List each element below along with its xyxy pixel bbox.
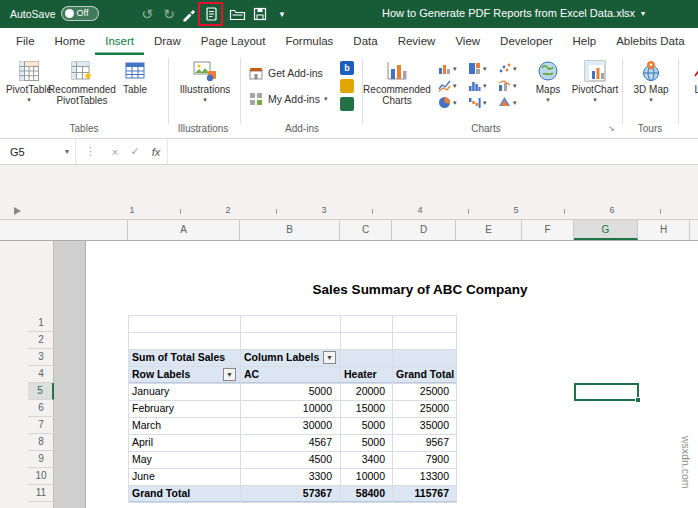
cell-d8[interactable]: 9567: [392, 434, 451, 451]
cell-a6[interactable]: February: [132, 400, 220, 417]
tab-review[interactable]: Review: [388, 28, 446, 55]
tab-developer[interactable]: Developer: [490, 28, 562, 55]
cell-a8[interactable]: April: [132, 434, 220, 451]
insert-combo-chart-button[interactable]: ▾: [498, 79, 517, 92]
cell-c4[interactable]: Heater: [344, 366, 388, 383]
row-header-5[interactable]: 5: [28, 383, 54, 400]
autosave-switch[interactable]: Off: [61, 6, 99, 21]
cell-a4[interactable]: Row Labels: [132, 366, 202, 383]
3d-map-button[interactable]: 3D Map ▾: [628, 58, 674, 122]
bing-maps-addin-icon[interactable]: b: [340, 61, 354, 75]
column-header-f[interactable]: F: [522, 220, 574, 240]
row-labels-filter-button[interactable]: ▼: [223, 368, 236, 381]
cell-b8[interactable]: 4567: [240, 434, 334, 451]
insert-line-chart-button[interactable]: ▾: [438, 79, 457, 92]
cell-d9[interactable]: 7900: [392, 451, 451, 468]
insert-hierarchy-chart-button[interactable]: ▾: [468, 62, 487, 75]
name-box[interactable]: G5 ▾: [0, 139, 76, 164]
cell-a5[interactable]: January: [132, 383, 220, 400]
tab-data[interactable]: Data: [343, 28, 387, 55]
row-header-3[interactable]: 3: [28, 349, 54, 366]
cell-d10[interactable]: 13300: [392, 468, 451, 485]
recommended-charts-button[interactable]: Recommended Charts: [368, 58, 426, 122]
column-header-g[interactable]: G: [574, 220, 638, 240]
insert-scatter-chart-button[interactable]: ▾: [498, 62, 517, 75]
column-header-d[interactable]: D: [392, 220, 456, 240]
tab-view[interactable]: View: [445, 28, 490, 55]
cell-c9[interactable]: 3400: [340, 451, 387, 468]
tab-ablebits[interactable]: Ablebits Data: [606, 28, 694, 55]
insert-surface-chart-button[interactable]: ▾: [498, 96, 517, 109]
cell-b3[interactable]: Column Labels: [244, 349, 320, 366]
pivottable-button[interactable]: PivotTable ▾: [6, 58, 52, 122]
row-header-9[interactable]: 9: [28, 451, 54, 468]
formula-bar-splitter[interactable]: ⋮: [76, 145, 105, 158]
cell-a9[interactable]: May: [132, 451, 220, 468]
cell-d5[interactable]: 25000: [392, 383, 451, 400]
cell-c5[interactable]: 20000: [340, 383, 387, 400]
cell-d6[interactable]: 25000: [392, 400, 451, 417]
column-header-b[interactable]: B: [240, 220, 340, 240]
insert-statistic-chart-button[interactable]: ▾: [468, 79, 487, 92]
cell-b6[interactable]: 10000: [240, 400, 334, 417]
cell-d11[interactable]: 115767: [392, 485, 451, 502]
tab-draw[interactable]: Draw: [144, 28, 191, 55]
row-header-7[interactable]: 7: [28, 417, 54, 434]
format-painter-button[interactable]: [180, 5, 198, 23]
my-addins-button[interactable]: My Add-ins ▾: [248, 91, 327, 107]
row-header-6[interactable]: 6: [28, 400, 54, 417]
column-labels-filter-button[interactable]: ▼: [323, 351, 336, 364]
save-button[interactable]: [251, 5, 269, 23]
row-header-10[interactable]: 10: [28, 468, 54, 485]
row-header-8[interactable]: 8: [28, 434, 54, 451]
fill-handle[interactable]: [635, 397, 641, 403]
insert-waterfall-chart-button[interactable]: ▾: [468, 96, 487, 109]
cell-b5[interactable]: 5000: [240, 383, 334, 400]
selected-cell-g5[interactable]: [574, 383, 639, 401]
document-title[interactable]: How to Generate PDF Reports from Excel D…: [382, 7, 645, 19]
tab-home[interactable]: Home: [45, 28, 96, 55]
redo-button[interactable]: ↻: [160, 5, 178, 23]
customize-qat-button[interactable]: ▾: [273, 5, 291, 23]
store-addin-icon[interactable]: [340, 79, 354, 93]
tab-page-layout[interactable]: Page Layout: [191, 28, 276, 55]
cell-a3[interactable]: Sum of Total Sales: [132, 349, 236, 366]
cell-b9[interactable]: 4500: [240, 451, 334, 468]
cell-c10[interactable]: 10000: [340, 468, 387, 485]
cell-c7[interactable]: 5000: [340, 417, 387, 434]
insert-function-icon[interactable]: fx: [145, 146, 167, 158]
pivotchart-button[interactable]: PivotChart ▾: [570, 58, 620, 122]
row-header-11[interactable]: 11: [28, 485, 54, 502]
page-title[interactable]: Sales Summary of ABC Company: [160, 282, 680, 297]
column-header-h[interactable]: H: [638, 220, 690, 240]
tab-file[interactable]: File: [6, 28, 45, 55]
cell-a7[interactable]: March: [132, 417, 220, 434]
cell-a10[interactable]: June: [132, 468, 220, 485]
cell-b7[interactable]: 30000: [240, 417, 334, 434]
cell-c8[interactable]: 5000: [340, 434, 387, 451]
cell-c11[interactable]: 58400: [340, 485, 387, 502]
row-header-1[interactable]: 1: [28, 315, 54, 332]
tab-insert[interactable]: Insert: [95, 28, 144, 55]
autosave-toggle[interactable]: AutoSave Off: [10, 6, 99, 21]
recommended-pivottables-button[interactable]: Recommended PivotTables: [54, 58, 110, 122]
get-addins-button[interactable]: Get Add-ins: [248, 65, 323, 81]
column-header-e[interactable]: E: [456, 220, 522, 240]
cell-d7[interactable]: 35000: [392, 417, 451, 434]
tab-help[interactable]: Help: [563, 28, 607, 55]
maps-button[interactable]: Maps ▾: [528, 58, 568, 122]
row-header-2[interactable]: 2: [28, 332, 54, 349]
cell-c6[interactable]: 15000: [340, 400, 387, 417]
print-preview-button[interactable]: [203, 6, 219, 23]
cell-a11[interactable]: Grand Total: [132, 485, 220, 502]
column-header-c[interactable]: C: [340, 220, 392, 240]
undo-button[interactable]: ↺: [138, 5, 156, 23]
insert-pie-chart-button[interactable]: ▾: [438, 96, 457, 109]
cell-d4[interactable]: Grand Total: [396, 366, 452, 383]
insert-column-chart-button[interactable]: ▾: [438, 62, 457, 75]
cell-b4[interactable]: AC: [244, 366, 304, 383]
line-sparkline-button[interactable]: Line: [684, 58, 698, 122]
cell-b11[interactable]: 57367: [240, 485, 334, 502]
cell-b10[interactable]: 3300: [240, 468, 334, 485]
illustrations-button[interactable]: Illustrations ▾: [176, 58, 234, 122]
